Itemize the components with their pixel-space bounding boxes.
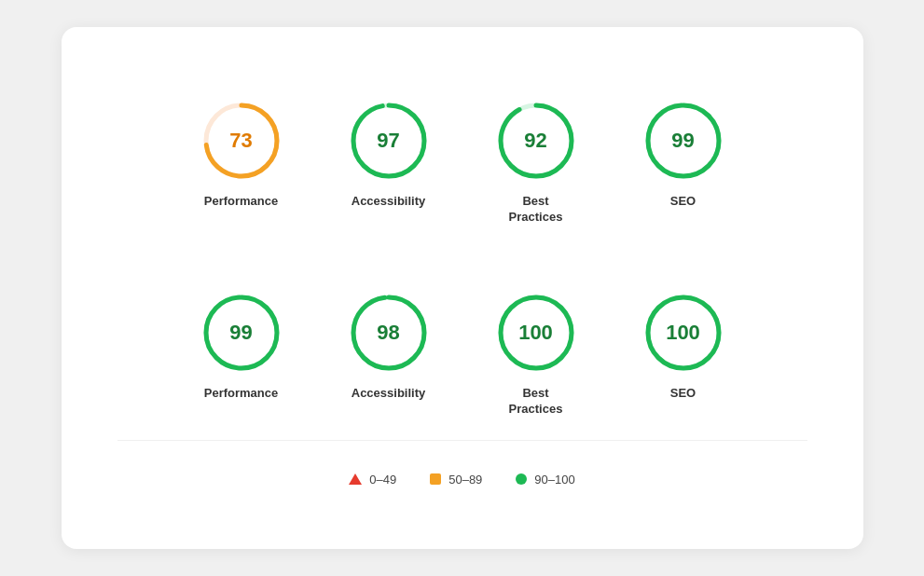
score-item-r2-performance: 99 Performance — [190, 291, 293, 402]
circle-r2-bestpractices: 100 — [494, 291, 578, 375]
score-label-r2-bestpractices: BestPractices — [509, 386, 563, 418]
score-label-r1-seo: SEO — [670, 194, 696, 210]
circle-r1-bestpractices: 92 — [494, 99, 578, 183]
score-value-r1-bestpractices: 92 — [524, 129, 546, 153]
score-value-r1-seo: 99 — [671, 129, 694, 153]
main-card: 73 Performance 97 Accessibility 92 BestP… — [62, 27, 863, 549]
score-value-r2-performance: 99 — [229, 321, 252, 345]
score-item-r2-seo: 100 SEO — [632, 291, 735, 402]
legend-orange-icon — [430, 473, 441, 485]
score-row-row2: 99 Performance 98 Accessibility 100 Best… — [190, 291, 735, 418]
legend-red-label: 0–49 — [369, 473, 396, 487]
legend-green-label: 90–100 — [534, 473, 574, 487]
score-label-r1-performance: Performance — [204, 194, 278, 210]
legend-orange-label: 50–89 — [448, 473, 482, 487]
circle-r1-performance: 73 — [200, 99, 283, 183]
score-item-r1-accessibility: 97 Accessibility — [338, 99, 440, 210]
score-item-r1-performance: 73 Performance — [190, 99, 293, 210]
legend-red-icon — [349, 473, 362, 485]
score-label-r2-performance: Performance — [204, 386, 278, 402]
circle-r1-accessibility: 97 — [347, 99, 431, 183]
score-item-r1-seo: 99 SEO — [632, 99, 735, 210]
score-label-r1-bestpractices: BestPractices — [509, 194, 563, 226]
legend-item-green: 90–100 — [516, 473, 574, 487]
score-row-row1: 73 Performance 97 Accessibility 92 BestP… — [190, 99, 735, 226]
score-value-r2-seo: 100 — [666, 321, 700, 345]
score-item-r2-bestpractices: 100 BestPractices — [485, 291, 587, 418]
scores-container: 73 Performance 97 Accessibility 92 BestP… — [117, 99, 807, 418]
circle-r2-seo: 100 — [641, 291, 725, 375]
score-item-r2-accessibility: 98 Accessibility — [338, 291, 440, 402]
score-label-r1-accessibility: Accessibility — [352, 194, 426, 210]
score-label-r2-seo: SEO — [670, 386, 696, 402]
legend-item-orange: 50–89 — [430, 473, 482, 487]
legend-green-icon — [516, 473, 527, 485]
score-value-r1-performance: 73 — [229, 129, 252, 153]
divider — [117, 440, 807, 441]
score-item-r1-bestpractices: 92 BestPractices — [485, 99, 587, 226]
score-label-r2-accessibility: Accessibility — [352, 386, 426, 402]
score-value-r2-accessibility: 98 — [377, 321, 399, 345]
circle-r2-accessibility: 98 — [347, 291, 431, 375]
legend: 0–49 50–89 90–100 — [349, 473, 574, 487]
legend-item-red: 0–49 — [349, 473, 396, 487]
circle-r2-performance: 99 — [200, 291, 283, 375]
circle-r1-seo: 99 — [641, 99, 725, 183]
score-value-r1-accessibility: 97 — [377, 129, 399, 153]
score-value-r2-bestpractices: 100 — [518, 321, 553, 345]
